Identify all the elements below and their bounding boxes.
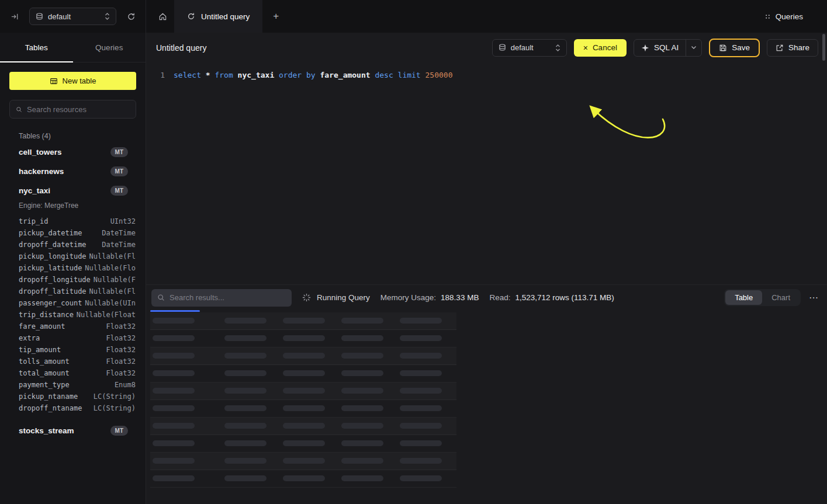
column-type: Nullable(Float (77, 311, 136, 319)
share-button[interactable]: Share (767, 39, 818, 57)
sql-token: by (306, 71, 316, 79)
save-button[interactable]: Save (709, 39, 760, 57)
query-database-selector[interactable]: default (492, 39, 567, 57)
skeleton-cell (283, 475, 325, 481)
sql-token: select (174, 71, 201, 79)
sql-token: fare_amount (320, 71, 371, 79)
save-icon (719, 44, 727, 52)
table-name: stocks_stream (19, 426, 74, 435)
tables-section-label: Tables (4) (19, 132, 146, 140)
skeleton-cell (400, 458, 442, 464)
sql-token (393, 71, 398, 79)
sql-ai-label: SQL AI (654, 43, 679, 52)
column-name: dropoff_longitude (19, 276, 91, 284)
cancel-query-button[interactable]: × Cancel (574, 39, 627, 57)
sql-ai-main[interactable]: SQL AI (634, 40, 686, 56)
sql-token (302, 71, 306, 79)
view-toggle: Table Chart (724, 289, 801, 306)
skeleton-cell (400, 475, 442, 481)
query-tabs: Untitled query + (146, 0, 289, 33)
sql-ai-caret[interactable] (686, 40, 701, 56)
results-toolbar: Running Query Memory Usage: 188.33 MB Re… (146, 285, 827, 310)
skeleton-cell (283, 335, 325, 341)
skeleton-row (150, 330, 456, 347)
skeleton-cell (283, 370, 325, 376)
sidebar-table-hackernews[interactable]: hackernewsMT (0, 162, 146, 181)
table-engine-badge: MT (110, 166, 128, 176)
skeleton-cell (341, 405, 383, 411)
skeleton-cell (341, 318, 383, 324)
tables-list: cell_towersMThackernewsMTnyc_taxiMTEngin… (0, 142, 146, 440)
column-row: payment_typeEnum8 (0, 379, 146, 391)
view-toggle-chart[interactable]: Chart (762, 290, 800, 305)
sidebar-table-nyc_taxi[interactable]: nyc_taxiMT (0, 181, 146, 200)
skeleton-cell (283, 440, 325, 446)
resource-search-input[interactable] (27, 105, 130, 114)
sql-token (316, 71, 320, 79)
skeleton-cell (153, 353, 195, 359)
skeleton-row (150, 418, 456, 435)
tab-untitled-query[interactable]: Untitled query (174, 0, 262, 33)
scrollbar-thumb[interactable] (822, 34, 825, 61)
skeleton-cell (283, 423, 325, 429)
chevron-down-icon (691, 46, 697, 50)
column-row: trip_idUInt32 (0, 215, 146, 227)
column-row: trip_distanceNullable(Float (0, 309, 146, 321)
skeleton-cell (224, 388, 267, 394)
column-row: pickup_ntanameLC(String) (0, 391, 146, 402)
status-text: Running Query (317, 293, 370, 302)
new-table-button[interactable]: New table (9, 72, 136, 90)
results-search (151, 289, 292, 307)
share-icon (776, 44, 784, 52)
query-database-value: default (511, 43, 551, 52)
view-toggle-table[interactable]: Table (725, 290, 762, 305)
database-icon (36, 13, 43, 20)
new-tab-button[interactable]: + (262, 0, 289, 33)
database-selector[interactable]: default (29, 8, 116, 25)
database-icon (499, 44, 506, 51)
column-type: Float32 (106, 357, 136, 366)
skeleton-cell (400, 388, 442, 394)
sidebar-tab-tables[interactable]: Tables (0, 33, 73, 62)
collapse-sidebar-button[interactable] (7, 9, 22, 24)
sql-token: * (206, 71, 210, 79)
column-type: Nullable(Flo (85, 264, 136, 272)
skeleton-row (150, 347, 456, 365)
table-engine-badge: MT (110, 426, 128, 436)
queries-link[interactable]: Queries (764, 0, 827, 33)
results-search-input[interactable] (169, 293, 286, 302)
sql-token: 250000 (425, 71, 453, 79)
sidebar-table-stocks_stream[interactable]: stocks_streamMT (0, 421, 146, 440)
skeleton-cell (283, 353, 325, 359)
sidebar-tab-queries[interactable]: Queries (73, 33, 146, 62)
select-chevrons-icon (105, 12, 110, 20)
sql-token: limit (398, 71, 421, 79)
column-row: dropoff_datetimeDateTime (0, 239, 146, 251)
column-name: fare_amount (19, 322, 65, 331)
column-type: Enum8 (115, 381, 136, 389)
skeleton-cell (224, 475, 267, 481)
skeleton-cell (153, 440, 195, 446)
sql-token: from (214, 71, 233, 79)
column-row: dropoff_longitudeNullable(F (0, 274, 146, 286)
sidebar-table-cell_towers[interactable]: cell_towersMT (0, 142, 146, 162)
column-type: DateTime (102, 241, 136, 249)
refresh-button[interactable] (123, 9, 139, 24)
column-row: pickup_longitudeNullable(Fl (0, 251, 146, 262)
column-name: pickup_ntaname (19, 392, 78, 401)
sql-code-line: select * from nyc_taxi order by fare_amo… (174, 69, 453, 81)
home-tab[interactable] (151, 0, 174, 33)
skeleton-cell (153, 475, 195, 481)
sql-ai-button: SQL AI (634, 39, 702, 57)
column-name: total_amount (19, 369, 70, 377)
skeleton-cell (341, 423, 383, 429)
skeleton-cell (400, 318, 442, 324)
column-row: tolls_amountFloat32 (0, 356, 146, 367)
database-selector-value: default (48, 12, 100, 21)
skeleton-cell (341, 458, 383, 464)
column-name: pickup_datetime (19, 229, 82, 237)
results-more-button[interactable]: ⋯ (809, 292, 819, 303)
loading-spinner-icon (302, 293, 311, 302)
sql-editor[interactable]: 1 select * from nyc_taxi order by fare_a… (146, 62, 827, 284)
skeleton-cell (224, 423, 267, 429)
